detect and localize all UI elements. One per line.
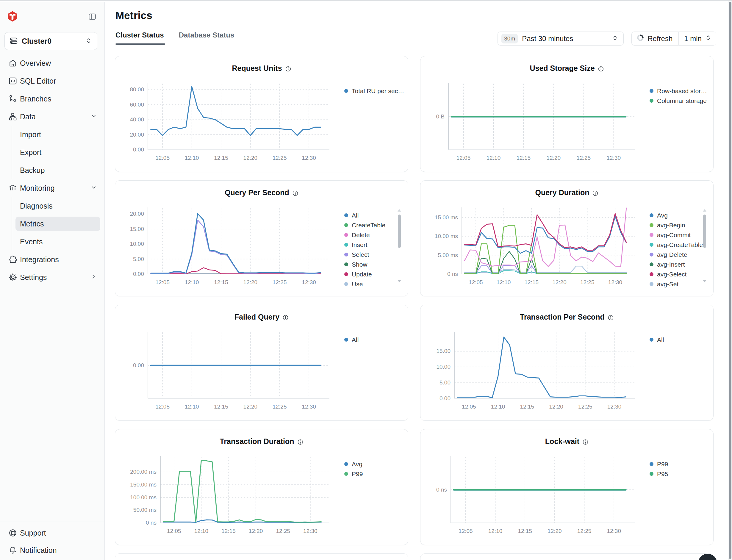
info-icon[interactable]	[608, 314, 614, 323]
legend-dot	[650, 272, 653, 276]
legend-item[interactable]: Avg	[344, 459, 363, 469]
legend-item[interactable]: Use	[344, 279, 385, 289]
sidebar: Cluster0 Overview SQL Edi	[0, 2, 105, 560]
svg-text:12:10: 12:10	[194, 528, 209, 534]
help-ring-icon	[698, 554, 717, 560]
sidebar-item-export[interactable]: Export	[12, 143, 104, 161]
sidebar-item-data[interactable]: Data	[0, 108, 104, 126]
legend-dot	[650, 338, 653, 342]
refresh-button[interactable]: Refresh	[632, 32, 678, 45]
info-icon[interactable]	[598, 65, 604, 74]
info-icon[interactable]	[292, 190, 298, 198]
scroll-down-icon[interactable]	[398, 280, 401, 282]
legend-item[interactable]: P95	[650, 469, 668, 479]
legend-item[interactable]: Update	[344, 269, 385, 279]
chart-controls: 30m Past 30 minutes Refresh	[498, 32, 716, 46]
help-floating-button[interactable]	[698, 554, 717, 560]
svg-text:200.00 ms: 200.00 ms	[130, 469, 157, 475]
sidebar-item-overview[interactable]: Overview	[0, 54, 104, 72]
legend-item[interactable]: Show	[344, 259, 385, 269]
legend-dot	[650, 462, 653, 466]
legend-item[interactable]: All	[344, 335, 359, 345]
legend-label: CreateTable	[352, 222, 385, 229]
chart-plot: 12:0512:1012:1512:2012:2512:300 ns5.00 m…	[428, 206, 644, 288]
refresh-interval-select[interactable]: 1 min	[679, 32, 716, 45]
chevron-right-icon	[90, 273, 97, 281]
legend-item[interactable]: Row-based stor…	[650, 86, 707, 96]
sidebar-item-sql-editor[interactable]: SQL Editor	[0, 72, 104, 90]
legend-item[interactable]: avg-Insert	[650, 259, 703, 269]
legend-item[interactable]: avg-Select	[650, 269, 703, 279]
legend-item[interactable]: Avg	[650, 210, 703, 220]
branch-icon	[8, 94, 17, 103]
legend-item[interactable]: Select	[344, 250, 385, 259]
scroll-thumb[interactable]	[703, 215, 706, 248]
svg-text:12:05: 12:05	[155, 279, 170, 285]
svg-text:150.00 ms: 150.00 ms	[130, 481, 157, 488]
chart-title: Transaction Duration	[220, 437, 294, 445]
legend-item[interactable]: avg-Delete	[650, 250, 703, 259]
svg-text:10.00: 10.00	[130, 241, 144, 247]
svg-text:12:25: 12:25	[276, 528, 290, 534]
support-button[interactable]: Support	[0, 524, 104, 542]
legend-item[interactable]: All	[650, 335, 664, 345]
tidb-logo	[7, 11, 18, 23]
legend-label: avg-Insert	[657, 261, 685, 268]
info-icon[interactable]	[592, 190, 598, 198]
svg-text:100.00 ms: 100.00 ms	[130, 494, 157, 500]
svg-text:12:15: 12:15	[214, 279, 228, 285]
time-range-select[interactable]: 30m Past 30 minutes	[498, 32, 624, 46]
scroll-down-icon[interactable]	[703, 280, 706, 282]
panel-icon	[88, 12, 97, 22]
notification-button[interactable]: Notification	[0, 542, 104, 559]
chart-title: Used Storage Size	[530, 64, 595, 72]
legend-label: P95	[657, 470, 668, 478]
legend-item[interactable]: avg-Set	[650, 279, 703, 289]
tab-cluster-status[interactable]: Cluster Status	[115, 31, 164, 41]
legend-item[interactable]: All	[344, 210, 385, 220]
sidebar-footer: Support Notification	[0, 522, 104, 560]
legend-item[interactable]: Columnar storage	[650, 96, 707, 106]
info-icon[interactable]	[582, 438, 589, 447]
scroll-up-icon[interactable]	[703, 209, 706, 212]
legend-label: Avg	[657, 212, 668, 219]
legend-item[interactable]: P99	[650, 459, 668, 469]
sidebar-collapse-button[interactable]	[88, 12, 97, 22]
page-scrollbar[interactable]	[728, 1, 732, 560]
legend-item[interactable]: Insert	[344, 240, 385, 250]
sidebar-item-events[interactable]: Events	[12, 233, 104, 251]
legend-item[interactable]: avg-CreateTable	[650, 240, 703, 250]
cluster-selector[interactable]: Cluster0	[4, 32, 97, 50]
sidebar-item-integrations[interactable]: Integrations	[0, 251, 104, 268]
sidebar-item-monitoring[interactable]: Monitoring	[0, 179, 104, 197]
sidebar-item-metrics[interactable]: Metrics	[15, 217, 100, 231]
sidebar-item-settings[interactable]: Settings	[0, 268, 104, 286]
sidebar-item-branches[interactable]: Branches	[0, 90, 104, 108]
legend-label: avg-Commit	[657, 231, 691, 239]
chevron-down-icon	[90, 184, 97, 192]
scroll-up-icon[interactable]	[398, 209, 401, 212]
svg-text:5.00 ms: 5.00 ms	[438, 252, 458, 258]
sidebar-item-diagnosis[interactable]: Diagnosis	[12, 197, 104, 215]
legend-item[interactable]: avg-Begin	[650, 220, 703, 230]
svg-text:12:25: 12:25	[273, 155, 287, 161]
gear-icon	[8, 273, 17, 282]
info-icon[interactable]	[282, 314, 289, 323]
legend-label: avg-Select	[657, 271, 686, 278]
legend-item[interactable]: Total RU per sec…	[344, 86, 404, 96]
info-icon[interactable]	[297, 438, 304, 447]
legend-item[interactable]: Delete	[344, 230, 385, 240]
legend-item[interactable]: P99	[344, 469, 363, 479]
scrollbar-thumb[interactable]	[729, 2, 731, 559]
svg-text:12:20: 12:20	[548, 528, 562, 534]
legend-item[interactable]: CreateTable	[344, 220, 385, 230]
sidebar-item-backup[interactable]: Backup	[12, 161, 104, 179]
sidebar-item-import[interactable]: Import	[12, 126, 104, 143]
scroll-thumb[interactable]	[398, 215, 401, 248]
tab-database-status[interactable]: Database Status	[179, 31, 234, 41]
chart-title: Query Duration	[535, 188, 589, 197]
legend-item[interactable]: avg-Commit	[650, 230, 703, 240]
info-icon[interactable]	[285, 65, 291, 74]
failed-query-card: Failed Query 12:0512:1012:1512:2012:2512…	[115, 305, 408, 421]
legend-label: Use	[352, 281, 363, 288]
